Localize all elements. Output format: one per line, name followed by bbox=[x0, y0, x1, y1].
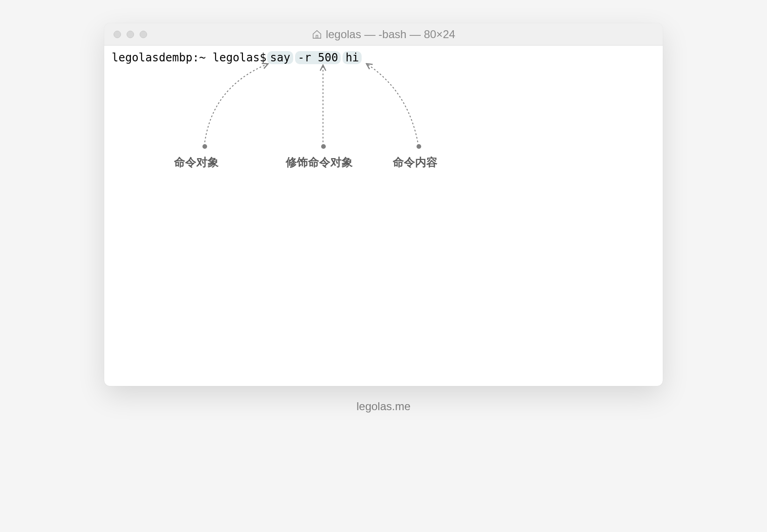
window-title: legolas — -bash — 80×24 bbox=[114, 28, 653, 41]
home-icon bbox=[312, 29, 322, 40]
terminal-content[interactable]: legolasdembp:~ legolas$ say -r 500 hi bbox=[104, 46, 663, 386]
traffic-lights bbox=[114, 31, 147, 38]
minimize-button[interactable] bbox=[127, 31, 134, 38]
maximize-button[interactable] bbox=[140, 31, 147, 38]
annotation-label-command: 命令对象 bbox=[174, 155, 219, 170]
close-button[interactable] bbox=[114, 31, 121, 38]
footer-text: legolas.me bbox=[357, 400, 410, 413]
annotation-label-modifier: 修饰命令对象 bbox=[286, 155, 353, 170]
annotation-dot-2 bbox=[321, 144, 326, 149]
terminal-window: legolas — -bash — 80×24 legolasdembp:~ l… bbox=[104, 23, 663, 386]
annotation-dot-1 bbox=[202, 144, 207, 149]
annotation-container: 命令对象 修饰命令对象 命令内容 bbox=[104, 60, 663, 199]
annotation-arrows bbox=[104, 60, 663, 199]
title-bar: legolas — -bash — 80×24 bbox=[104, 23, 663, 46]
window-title-text: legolas — -bash — 80×24 bbox=[326, 28, 455, 41]
annotation-label-content: 命令内容 bbox=[393, 155, 437, 170]
annotation-dot-3 bbox=[417, 144, 421, 149]
